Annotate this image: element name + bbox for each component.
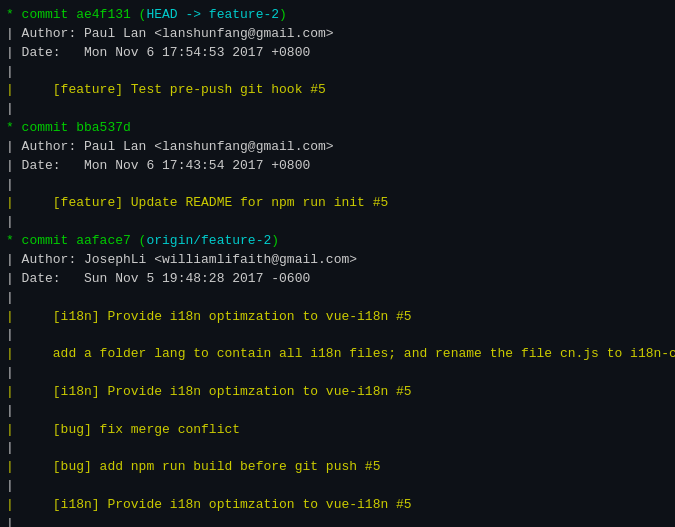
log-text: | add a folder lang to contain all i18n … (6, 346, 675, 361)
log-text: origin/feature-2 (146, 233, 271, 248)
log-text: | [i18n] Provide i18n optimzation to vue… (6, 309, 412, 324)
log-text: | Author: Paul Lan <lanshunfang@gmail.co… (6, 26, 334, 41)
log-text: | [i18n] Provide i18n optimzation to vue… (6, 384, 412, 399)
log-line: | [i18n] Provide i18n optimzation to vue… (6, 383, 669, 402)
log-text: | Date: Sun Nov 5 19:48:28 2017 -0600 (6, 271, 310, 286)
log-line: | [i18n] Provide i18n optimzation to vue… (6, 308, 669, 327)
line-empty: | (6, 439, 669, 458)
line-empty: | (6, 477, 669, 496)
log-text: | Author: Paul Lan <lanshunfang@gmail.co… (6, 139, 334, 154)
log-line: | [feature] Update README for npm run in… (6, 194, 669, 213)
log-line: * commit ae4f131 (HEAD -> feature-2) (6, 6, 669, 25)
log-line: | Author: JosephLi <williamlifaith@gmail… (6, 251, 669, 270)
line-empty: | (6, 176, 669, 195)
log-text: HEAD -> feature-2 (146, 7, 279, 22)
log-text: | [bug] add npm run build before git pus… (6, 459, 380, 474)
log-text: * commit aaface7 ( (6, 233, 146, 248)
log-line: | Author: Paul Lan <lanshunfang@gmail.co… (6, 138, 669, 157)
log-text: | Date: Mon Nov 6 17:43:54 2017 +0800 (6, 158, 310, 173)
line-empty: | (6, 63, 669, 82)
line-empty: | (6, 364, 669, 383)
log-line: | [i18n] Provide i18n optimzation to vue… (6, 496, 669, 515)
log-line: | Author: Paul Lan <lanshunfang@gmail.co… (6, 25, 669, 44)
line-empty: | (6, 100, 669, 119)
log-line: * commit bba537d (6, 119, 669, 138)
log-text: | Author: JosephLi <williamlifaith@gmail… (6, 252, 357, 267)
terminal-window: * commit ae4f131 (HEAD -> feature-2)| Au… (0, 4, 675, 527)
log-line: | [bug] add npm run build before git pus… (6, 458, 669, 477)
log-text: | [i18n] Provide i18n optimzation to vue… (6, 497, 412, 512)
log-text: | [bug] fix merge conflict (6, 422, 240, 437)
log-text: | [feature] Test pre-push git hook #5 (6, 82, 326, 97)
log-line: | [bug] fix merge conflict (6, 421, 669, 440)
line-empty: | (6, 289, 669, 308)
log-text: * commit bba537d (6, 120, 131, 135)
line-empty: | (6, 515, 669, 527)
log-line: | Date: Mon Nov 6 17:54:53 2017 +0800 (6, 44, 669, 63)
log-line: | Date: Sun Nov 5 19:48:28 2017 -0600 (6, 270, 669, 289)
log-line: | Date: Mon Nov 6 17:43:54 2017 +0800 (6, 157, 669, 176)
line-empty: | (6, 402, 669, 421)
log-text: | [feature] Update README for npm run in… (6, 195, 388, 210)
line-empty: | (6, 213, 669, 232)
log-text: * commit ae4f131 ( (6, 7, 146, 22)
log-line: | [feature] Test pre-push git hook #5 (6, 81, 669, 100)
log-line: | add a folder lang to contain all i18n … (6, 345, 669, 364)
log-text: ) (279, 7, 287, 22)
log-text: ) (271, 233, 279, 248)
line-empty: | (6, 326, 669, 345)
log-text: | Date: Mon Nov 6 17:54:53 2017 +0800 (6, 45, 310, 60)
log-line: * commit aaface7 (origin/feature-2) (6, 232, 669, 251)
